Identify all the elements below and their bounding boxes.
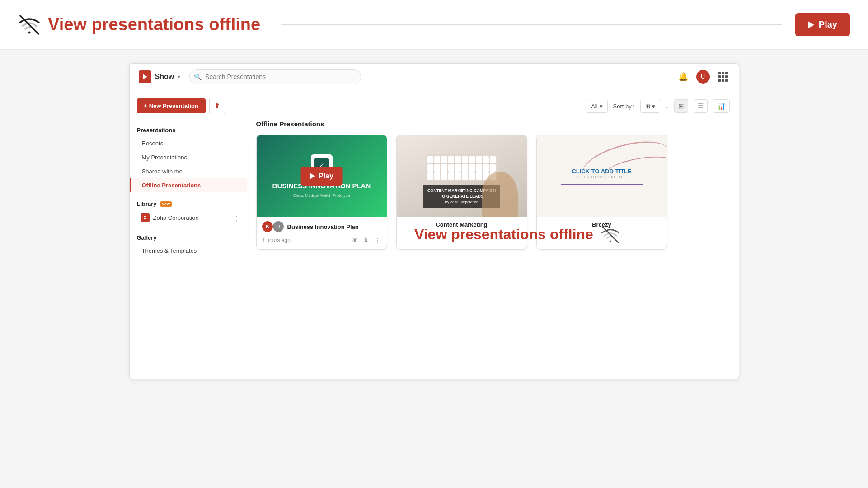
library-new-badge: New (160, 201, 173, 207)
app-body: + New Presentation ⬆ Presentations Recen… (130, 90, 739, 379)
sidebar-item-my-presentations[interactable]: My Presentations (130, 150, 247, 164)
svg-marker-2 (808, 21, 814, 28)
search-icon: 🔍 (194, 73, 202, 80)
svg-marker-3 (143, 74, 147, 79)
card-meta-row-bip: 1 hours ago 👁 ⬇ ⋮ (262, 236, 381, 245)
chevron-down-icon: ▾ (652, 103, 655, 110)
breezy-click-title: CLICK TO ADD TITLE (561, 168, 643, 175)
library-section: Library New Z Zoho Corporation ⋮ (130, 196, 247, 225)
svg-marker-6 (310, 173, 315, 179)
card-time-bip: 1 hours ago (262, 237, 347, 243)
view-list-button[interactable]: ☰ (694, 99, 708, 113)
view-icon-button[interactable]: 👁 (351, 236, 359, 245)
grid-dot (718, 72, 721, 74)
search-bar: 🔍 (189, 69, 361, 84)
sidebar-item-offline-presentations[interactable]: Offline Presentations (130, 178, 247, 192)
breezy-center-text: CLICK TO ADD TITLE CLICK TO ADD SUBTITLE (561, 168, 643, 185)
presentation-thumbnail-cm: CONTENT MARKETING CAMPAIGNTO GENERATE LE… (397, 135, 527, 217)
view-chart-button[interactable]: 📊 (713, 99, 730, 113)
filter-button[interactable]: All ▾ (586, 100, 607, 113)
zoho-item-left: Z Zoho Corporation (141, 213, 199, 222)
breezy-click-subtitle: CLICK TO ADD SUBTITLE (561, 175, 643, 179)
library-title: Library (137, 200, 157, 207)
more-options-button[interactable]: ⋮ (373, 236, 381, 245)
presentation-card-breezy[interactable]: CLICK TO ADD TITLE CLICK TO ADD SUBTITLE… (536, 135, 667, 250)
sidebar-item-recents[interactable]: Recents (130, 136, 247, 150)
upload-button[interactable]: ⬆ (209, 98, 225, 114)
play-button-top[interactable]: Play (795, 13, 850, 36)
app-container: Show ▾ 🔍 🔔 U (0, 50, 868, 393)
sidebar-item-zoho-corporation[interactable]: Z Zoho Corporation ⋮ (130, 210, 247, 225)
notification-button[interactable]: 🔔 (676, 70, 690, 84)
card-avatar-bip: B (262, 221, 273, 232)
app-logo[interactable]: Show ▾ (139, 70, 181, 83)
download-icon-button[interactable]: ⬇ (362, 236, 370, 245)
presentation-card-cm[interactable]: CONTENT MARKETING CAMPAIGNTO GENERATE LE… (396, 135, 527, 250)
play-overlay: Play (300, 167, 343, 186)
zoho-logo: Z (141, 213, 150, 222)
sidebar: + New Presentation ⬆ Presentations Recen… (130, 90, 247, 379)
more-options-icon[interactable]: ⋮ (234, 214, 239, 221)
content-toolbar: All ▾ Sort by : ⊞ ▾ ↓ ⊞ ☰ 📊 (256, 99, 730, 113)
key (427, 156, 433, 163)
presentation-thumbnail-breezy: CLICK TO ADD TITLE CLICK TO ADD SUBTITLE (537, 135, 667, 217)
card-action-icons-bip: 👁 ⬇ ⋮ (351, 236, 381, 245)
header-actions: 🔔 U (676, 70, 730, 84)
top-bar-divider (281, 24, 782, 25)
top-bar-left: View presentations offline (18, 14, 795, 36)
main-content: View presentations offline All ▾ (247, 90, 739, 379)
sort-label: Sort by : (613, 103, 635, 110)
chevron-down-icon: ▾ (600, 103, 603, 110)
svg-point-1 (28, 31, 31, 33)
app-window: Show ▾ 🔍 🔔 U (129, 63, 739, 379)
chevron-down-icon: ▾ (178, 74, 180, 80)
card-avatar-bip2: U (273, 221, 284, 232)
grid-dot (722, 75, 724, 78)
grid-dot (725, 75, 728, 78)
presentation-card-bip[interactable]: ✓ BUSINESS INNOVATION PLAN Clara, Medica… (256, 135, 387, 250)
sort-direction-button[interactable]: ↓ (666, 103, 669, 110)
card-title-cm: Content Marketing (397, 217, 527, 232)
sidebar-item-shared-with-me[interactable]: Shared with me (130, 164, 247, 178)
cm-hand-decoration (482, 172, 518, 217)
section-title: Offline Presentations (256, 120, 730, 128)
card-footer-bip: B U Business Innovation Plan 1 hours ago… (257, 217, 387, 249)
bip-sub-text: Clara, Medical Watch Prototype (293, 193, 350, 198)
avatar[interactable]: U (696, 70, 710, 84)
gallery-section-title: Gallery (130, 229, 247, 244)
grid-dot (718, 75, 721, 78)
grid-dot (718, 79, 721, 82)
search-input[interactable] (189, 69, 361, 84)
app-logo-text: Show (155, 73, 174, 81)
card-title-row-bip: B U Business Innovation Plan (262, 221, 381, 232)
grid-dot (725, 72, 728, 74)
sidebar-item-themes-templates[interactable]: Themes & Templates (130, 244, 247, 258)
new-presentation-button[interactable]: + New Presentation (137, 98, 206, 113)
top-bar: View presentations offline Play (0, 0, 868, 50)
apps-grid-button[interactable] (716, 70, 730, 84)
library-header: Library New (130, 196, 247, 210)
grid-dot (722, 72, 724, 74)
play-overlay-button[interactable]: Play (300, 167, 343, 186)
breezy-line (561, 184, 643, 185)
app-header: Show ▾ 🔍 🔔 U (130, 64, 739, 90)
gallery-section: Gallery Themes & Templates (130, 229, 247, 258)
card-title-breezy: Breezy (537, 217, 667, 232)
presentation-thumbnail-bip: ✓ BUSINESS INNOVATION PLAN Clara, Medica… (257, 135, 387, 217)
grid-dot (722, 79, 724, 82)
new-presentation-row: + New Presentation ⬆ (130, 98, 247, 121)
presentations-grid: ✓ BUSINESS INNOVATION PLAN Clara, Medica… (256, 135, 730, 250)
sort-button[interactable]: ⊞ ▾ (640, 100, 660, 113)
sort-icon: ⊞ (645, 103, 650, 110)
presentations-section-title: Presentations (130, 121, 247, 136)
wifi-off-icon (18, 14, 41, 36)
app-logo-icon (139, 70, 151, 83)
grid-dot (725, 79, 728, 82)
card-title-bip: Business Innovation Plan (287, 223, 359, 230)
view-grid-button[interactable]: ⊞ (674, 99, 688, 113)
top-bar-title: View presentations offline (48, 15, 260, 34)
